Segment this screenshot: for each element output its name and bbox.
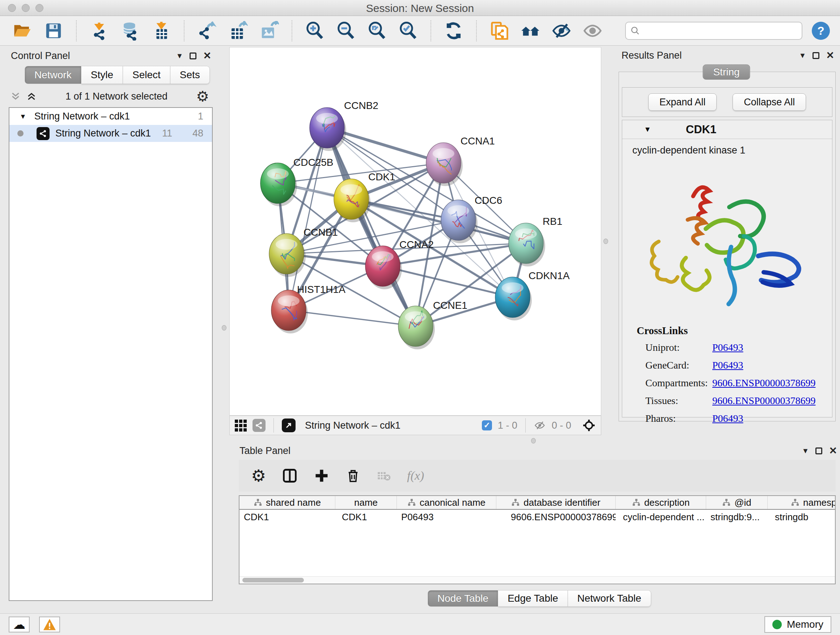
tab-select[interactable]: Select [123, 66, 171, 84]
network-tree: ▼ String Network – cdk1 1 String Network… [9, 107, 213, 601]
uniprot-link[interactable]: P06493 [712, 342, 744, 353]
node-label-CCNA1: CCNA1 [461, 135, 495, 147]
collapse-all-icon[interactable] [10, 91, 21, 102]
expand-all-button[interactable]: Expand All [648, 93, 717, 111]
pharos-link[interactable]: P06493 [712, 413, 744, 424]
zoom-fit-icon[interactable] [367, 21, 387, 41]
cloud-button[interactable]: ☁ [9, 616, 30, 632]
function-builder-icon[interactable]: f(x) [407, 469, 424, 483]
tab-edge-table[interactable]: Edge Table [498, 590, 568, 607]
column-header[interactable]: shared name [240, 496, 335, 509]
table-row[interactable]: CDK1 CDK1 P06493 9606.ENSP00000378699 cy… [240, 510, 835, 524]
network-collection-row[interactable]: ▼ String Network – cdk1 1 [9, 108, 212, 125]
zoom-out-icon[interactable] [336, 21, 356, 41]
selected-count: 1 - 0 [498, 420, 517, 431]
expand-all-icon[interactable] [26, 91, 37, 102]
collapse-panel-icon[interactable]: ▼ [802, 447, 809, 455]
import-network-file-icon[interactable] [89, 21, 109, 41]
collapse-entry-icon[interactable]: ▼ [644, 125, 651, 134]
zoom-in-icon[interactable] [305, 21, 325, 41]
tree-expand-icon[interactable]: ▼ [19, 112, 27, 120]
delete-column-icon[interactable] [346, 468, 361, 484]
close-panel-icon[interactable]: ✕ [829, 446, 837, 456]
zoom-selected-icon[interactable] [398, 21, 418, 41]
column-header[interactable]: description [616, 496, 706, 509]
selected-checkbox-icon[interactable]: ✓ [482, 420, 492, 431]
toolbar-separator [431, 20, 431, 41]
float-panel-icon[interactable] [189, 52, 196, 59]
tab-string[interactable]: String [703, 65, 750, 80]
tab-sets[interactable]: Sets [171, 66, 210, 84]
node-label-CDK1: CDK1 [368, 171, 395, 182]
genecard-link[interactable]: P06493 [712, 359, 744, 371]
toolbar-separator [76, 20, 77, 41]
export-network-icon[interactable] [197, 21, 217, 41]
close-panel-icon[interactable]: ✕ [203, 51, 211, 61]
network-label: String Network – cdk1 [55, 128, 162, 139]
table-panel-title: Table Panel [240, 445, 291, 456]
string-view-icon[interactable] [253, 419, 265, 432]
column-header[interactable]: database identifier [496, 496, 616, 509]
refresh-icon[interactable] [444, 21, 464, 41]
column-header[interactable]: namespace [767, 496, 836, 509]
crosslink-label: Uniprot: [645, 342, 712, 353]
memory-button[interactable]: Memory [764, 616, 831, 633]
save-session-icon[interactable] [43, 21, 64, 41]
close-panel-icon[interactable]: ✕ [826, 51, 834, 60]
scrollbar-thumb[interactable] [242, 578, 304, 583]
birdseye-view-icon[interactable] [282, 418, 295, 432]
collapse-all-button[interactable]: Collapse All [733, 93, 806, 111]
tab-style[interactable]: Style [81, 66, 123, 84]
network-row-selected[interactable]: String Network – cdk1 11 48 [9, 125, 212, 142]
tab-network-table[interactable]: Network Table [568, 590, 651, 607]
float-panel-icon[interactable] [813, 52, 819, 59]
right-splitter-handle[interactable] [603, 239, 608, 244]
horizontal-splitter-handle[interactable] [531, 438, 536, 443]
show-columns-icon[interactable] [282, 468, 298, 484]
import-table-file-icon[interactable] [151, 21, 172, 41]
node-label-CDC6: CDC6 [475, 195, 502, 206]
collapse-panel-icon[interactable]: ▼ [176, 52, 183, 60]
table-header-row: shared name name canonical name database… [240, 496, 835, 510]
grid-view-icon[interactable] [235, 420, 247, 432]
results-panel: Results Panel ▼ ✕ String Expand All Coll… [615, 49, 838, 421]
node-label-RB1: RB1 [543, 216, 562, 227]
horizontal-scrollbar[interactable] [240, 576, 835, 584]
network-canvas[interactable]: CCNB2CCNA1CDC25BCDK1CDC6RB1CCNB1CCNA2CDK… [230, 48, 601, 415]
search-input[interactable] [640, 25, 792, 36]
float-panel-icon[interactable] [815, 448, 822, 454]
tab-network[interactable]: Network [25, 66, 81, 84]
column-header[interactable]: name [335, 496, 397, 509]
export-table-icon[interactable] [228, 21, 248, 41]
crosslink-label: Tissues: [645, 395, 712, 407]
compartments-link[interactable]: 9606.ENSP00000378699 [712, 377, 815, 389]
network-view[interactable]: CCNB2CCNA1CDC25BCDK1CDC6RB1CCNB1CCNA2CDK… [229, 47, 601, 416]
crosslink-row: Tissues: 9606.ENSP00000378699 [637, 395, 825, 407]
control-panel: Control Panel ▼ ✕ Network Style Select S… [5, 49, 214, 601]
add-column-icon[interactable] [314, 468, 330, 484]
open-session-icon[interactable] [12, 21, 33, 41]
show-all-icon[interactable] [583, 21, 603, 41]
titlebar: Session: New Session [0, 0, 840, 16]
node-label-CDC25B: CDC25B [294, 157, 333, 168]
network-options-gear-icon[interactable]: ⚙ [196, 89, 209, 103]
tissues-link[interactable]: 9606.ENSP00000378699 [712, 395, 815, 407]
delete-table-icon[interactable] [377, 469, 391, 483]
column-header[interactable]: @id [706, 496, 767, 509]
tab-node-table[interactable]: Node Table [428, 590, 498, 607]
column-header[interactable]: canonical name [397, 496, 496, 509]
left-splitter-handle[interactable] [222, 325, 226, 331]
table-options-gear-icon[interactable]: ⚙ [251, 466, 266, 486]
help-button[interactable]: ? [812, 22, 830, 40]
export-image-icon[interactable] [259, 21, 279, 41]
protein-structure-image [639, 164, 820, 319]
first-neighbors-icon[interactable] [520, 21, 540, 41]
hide-selected-icon[interactable] [551, 21, 572, 41]
new-network-from-selection-icon[interactable] [489, 21, 509, 41]
edge-count: 48 [193, 128, 203, 139]
collapse-panel-icon[interactable]: ▼ [799, 51, 806, 60]
pan-crosshair-icon[interactable] [582, 418, 596, 432]
warnings-button[interactable] [39, 616, 60, 632]
gene-entry-header[interactable]: ▼ CDK1 [622, 120, 832, 139]
import-network-database-icon[interactable] [120, 21, 141, 41]
